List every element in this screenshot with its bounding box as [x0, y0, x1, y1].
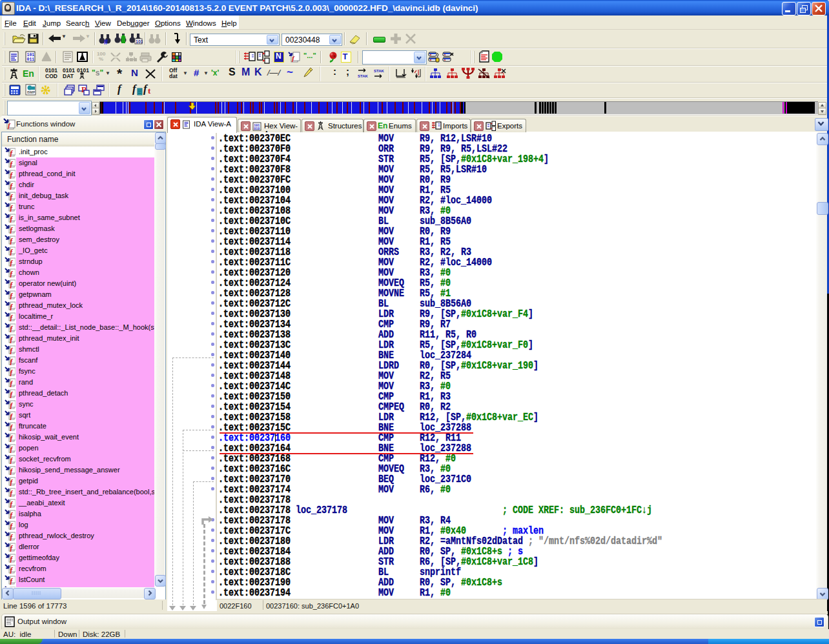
svg-text:BMP: BMP [27, 90, 36, 94]
svg-text:101: 101 [27, 53, 35, 57]
svg-text:#: # [104, 38, 108, 45]
svg-text:STAK: STAK [358, 74, 368, 78]
svg-text:101: 101 [136, 39, 143, 44]
svg-text:010: 010 [254, 127, 260, 131]
svg-text:011: 011 [27, 57, 35, 62]
svg-text:STAK: STAK [374, 69, 384, 73]
